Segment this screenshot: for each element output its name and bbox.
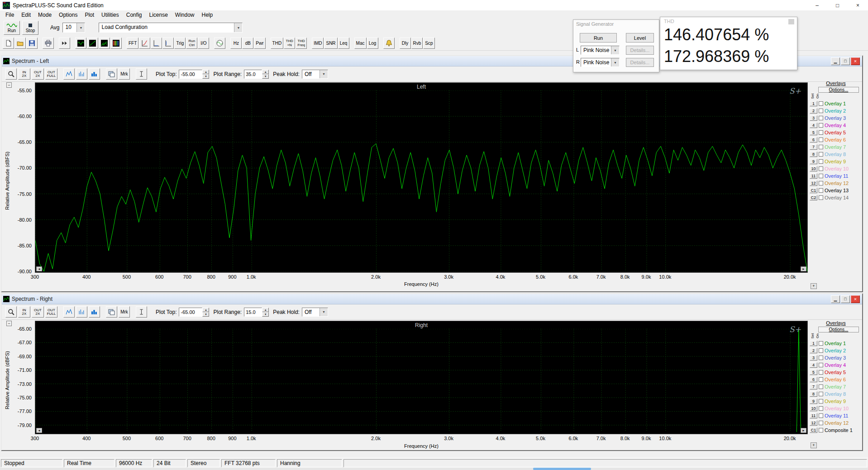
spin-down-button[interactable]: ▼ xyxy=(202,312,209,317)
phase-view-icon[interactable] xyxy=(87,38,98,49)
bar-plot-button[interactable] xyxy=(76,68,87,80)
spin-down-button[interactable]: ▼ xyxy=(262,312,269,317)
zoom-button[interactable] xyxy=(5,68,17,80)
generator-level-button[interactable]: Level xyxy=(626,33,654,43)
io-button[interactable]: I/O xyxy=(198,38,209,49)
rvb-button[interactable]: Rvb xyxy=(411,38,423,49)
y-axis-icon[interactable] xyxy=(162,38,174,49)
stop-button[interactable]: Stop xyxy=(22,21,38,35)
bell-icon[interactable] xyxy=(383,38,395,49)
overlay-set-button[interactable]: 9 xyxy=(810,159,817,164)
collapse-plot-button[interactable]: − xyxy=(6,321,12,326)
overlay-on-checkbox[interactable] xyxy=(819,195,823,200)
menu-utilities[interactable]: Utilities xyxy=(98,11,123,19)
window-resize-button[interactable]: + xyxy=(811,283,817,289)
overlay-set-button[interactable]: 7 xyxy=(810,144,817,150)
spin-up-button[interactable]: ▲ xyxy=(202,308,209,312)
trigger-button[interactable]: Trig xyxy=(174,38,186,49)
menu-edit[interactable]: Edit xyxy=(18,11,34,19)
overlay-on-checkbox[interactable] xyxy=(819,174,823,178)
minimize-button[interactable]: ▁ xyxy=(831,295,840,303)
scp-button[interactable]: Scp xyxy=(423,38,434,49)
overlay-set-button[interactable]: 3 xyxy=(810,115,817,121)
overlay-on-checkbox[interactable] xyxy=(819,341,823,346)
spectrum-right-titlebar[interactable]: Spectrum - Right ▁ □ × xyxy=(2,294,862,304)
waterfall-view-icon[interactable] xyxy=(99,38,110,49)
menu-file[interactable]: File xyxy=(2,11,18,19)
overlay-on-checkbox[interactable] xyxy=(819,138,823,142)
overlay-on-checkbox[interactable] xyxy=(819,116,823,120)
scroll-left-button[interactable]: ◄ xyxy=(36,266,42,271)
menu-window[interactable]: Window xyxy=(172,11,198,19)
zoom-out-2x-button[interactable]: OUT2X xyxy=(32,68,44,80)
peak-hold-dropdown[interactable]: Off ▼ xyxy=(302,70,328,79)
overlay-on-checkbox[interactable] xyxy=(819,348,823,353)
menu-config[interactable]: Config xyxy=(123,11,146,19)
right-source-dropdown[interactable]: Pink Noise ▼ xyxy=(581,58,620,67)
left-source-dropdown[interactable]: Pink Noise ▼ xyxy=(581,46,620,55)
overlay-on-checkbox[interactable] xyxy=(819,385,823,389)
palette-button[interactable] xyxy=(106,68,117,80)
menu-help[interactable]: Help xyxy=(198,11,217,19)
configuration-dropdown[interactable]: Load Configuration ▼ xyxy=(99,23,243,33)
spectrum-plot-area[interactable]: Right S+ ◄ ► xyxy=(35,321,808,434)
restore-button[interactable]: □ xyxy=(841,57,850,65)
menu-plot[interactable]: Plot xyxy=(81,11,98,19)
overlay-set-button[interactable]: 10 xyxy=(810,406,817,411)
minimize-button[interactable]: ▁ xyxy=(831,57,840,65)
overlay-on-checkbox[interactable] xyxy=(819,166,823,171)
mac-button[interactable]: Mac xyxy=(354,38,367,49)
close-button[interactable]: × xyxy=(848,0,868,10)
line-plot-button[interactable] xyxy=(63,306,75,318)
overlays-options-button[interactable]: Options... xyxy=(818,87,859,93)
fft-settings-button[interactable]: FFT xyxy=(127,38,138,49)
overlay-on-checkbox[interactable] xyxy=(819,152,823,157)
zoom-in-2x-button[interactable]: IN2X xyxy=(18,306,30,318)
menu-mode[interactable]: Mode xyxy=(34,11,55,19)
bar-plot-button[interactable] xyxy=(76,306,87,318)
leq-button[interactable]: Leq xyxy=(338,38,349,49)
signal-generator-icon[interactable] xyxy=(214,38,225,49)
marker-button[interactable]: Mrk xyxy=(119,306,130,318)
maximize-button[interactable]: □ xyxy=(827,0,848,10)
log-button[interactable]: Log xyxy=(367,38,378,49)
overlay-set-button[interactable]: 8 xyxy=(810,152,817,157)
overlay-set-button[interactable]: 1 xyxy=(810,341,817,346)
overlay-set-button[interactable]: 6 xyxy=(810,137,817,142)
plot-range-input[interactable] xyxy=(244,70,262,79)
new-document-icon[interactable] xyxy=(3,38,14,49)
spin-down-button[interactable]: ▼ xyxy=(202,74,209,79)
menu-options[interactable]: Options xyxy=(55,11,81,19)
db-button[interactable]: dB xyxy=(242,38,253,49)
overlay-on-checkbox[interactable] xyxy=(819,399,823,404)
overlay-on-checkbox[interactable] xyxy=(819,181,823,185)
overlay-set-button[interactable]: 10 xyxy=(810,166,817,171)
plot-range-input[interactable] xyxy=(244,308,262,317)
pwr-button[interactable]: Pwr xyxy=(254,38,265,49)
thd-n-button[interactable]: THD+N xyxy=(284,38,295,49)
histogram-plot-button[interactable] xyxy=(89,68,100,80)
overlay-set-button[interactable]: 11 xyxy=(810,413,817,418)
scaling-icon[interactable] xyxy=(139,38,150,49)
overlay-on-checkbox[interactable] xyxy=(819,406,823,411)
overlay-on-checkbox[interactable] xyxy=(819,392,823,396)
open-folder-icon[interactable] xyxy=(14,38,26,49)
overlay-on-checkbox[interactable] xyxy=(819,377,823,382)
zoom-button[interactable] xyxy=(5,306,17,318)
print-icon[interactable] xyxy=(43,38,54,49)
scroll-left-button[interactable]: ◄ xyxy=(36,428,42,433)
overlay-set-button[interactable]: 4 xyxy=(810,123,817,128)
overlay-on-checkbox[interactable] xyxy=(819,145,823,149)
overlay-set-button[interactable]: 3 xyxy=(810,355,817,361)
close-button[interactable]: × xyxy=(851,57,860,65)
overlay-on-checkbox[interactable] xyxy=(819,370,823,375)
overlay-set-button[interactable]: 2 xyxy=(810,108,817,114)
generator-run-button[interactable]: Run xyxy=(580,33,617,43)
dly-button[interactable]: Dly xyxy=(400,38,411,49)
overlay-on-checkbox[interactable] xyxy=(819,188,823,193)
overlay-on-checkbox[interactable] xyxy=(819,413,823,418)
zoom-in-2x-button[interactable]: IN2X xyxy=(18,68,30,80)
plot-top-input[interactable] xyxy=(179,308,202,317)
overlay-set-button[interactable]: 12 xyxy=(810,180,817,186)
minimize-button[interactable]: – xyxy=(807,0,827,10)
